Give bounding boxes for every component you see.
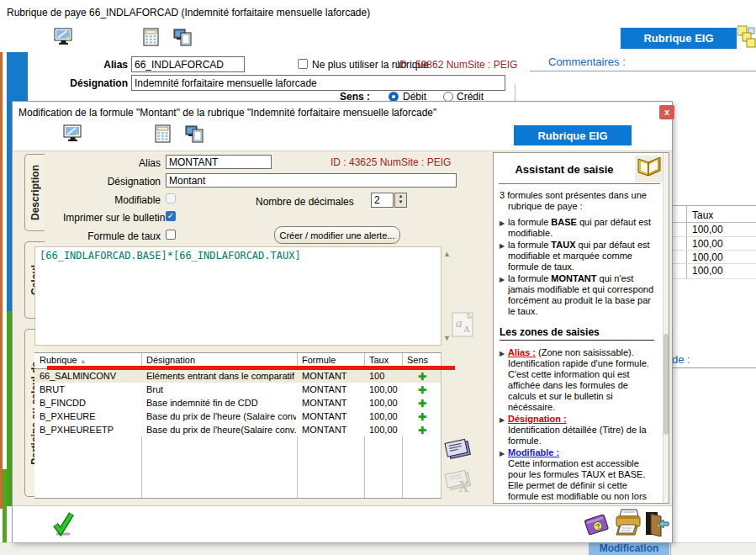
table-row[interactable]: B_PXHEUREETP Base du prix de l'heure(Sal… (34, 423, 441, 436)
cascade-windows-icon[interactable] (737, 24, 756, 52)
exit-door-icon[interactable] (644, 511, 669, 540)
plus-icon: ✚ (413, 396, 438, 410)
open-book-icon (635, 156, 663, 182)
formula-editor[interactable]: [66_INDLAFORCAD.BASE]*[66_INDLAFORCAD.TA… (34, 246, 441, 346)
plus-icon: ✚ (413, 423, 438, 436)
table-row[interactable]: B_PXHEURE Base du prix de l'heure (Salai… (34, 410, 441, 423)
cell-taux: 100,00 (364, 410, 401, 423)
notes-icon[interactable] (444, 436, 474, 467)
svg-text:A: A (463, 324, 470, 334)
side-table-value: 100,00 (692, 224, 723, 235)
dlg-designation-input[interactable] (166, 173, 457, 188)
table-row[interactable]: B_FINCDD Base indemnité fin de CDD MONTA… (34, 396, 441, 410)
assistant-zone-bullet: ▶Désignation :Identification détaillée (… (500, 414, 654, 447)
zones-heading: Les zones de saisies (500, 327, 654, 341)
assistant-zone-bullet: ▶Modifiable :Cette information est acces… (500, 447, 654, 504)
row-line (673, 263, 756, 264)
create-alert-button[interactable]: Créer / modifier une alerte... (274, 226, 400, 244)
main-id-text: ID : 59862 NumSite : PEIG (397, 59, 517, 71)
screen-tablet-icon[interactable] (173, 28, 193, 50)
commentaires-underline (530, 71, 756, 71)
annotation-red-line (47, 366, 455, 370)
cell-formule: MONTANT (297, 369, 363, 383)
cell-taux: 100,00 (364, 383, 401, 396)
decimals-label: Nombre de décimales (256, 196, 354, 208)
cell-designation: Brut (141, 383, 296, 396)
main-divider (515, 84, 515, 101)
decimals-input[interactable] (371, 193, 394, 208)
printer-icon[interactable] (613, 508, 643, 543)
cell-designation: Base du prix de l'heure (Salaire conv... (141, 410, 296, 423)
decimals-spinner[interactable]: ▲▼ (394, 193, 407, 208)
status-mode-chip: Modification (589, 542, 669, 555)
commentaires-label: Commentaires : (548, 56, 626, 68)
calculator-icon[interactable] (143, 28, 159, 50)
statusbar-divider (670, 542, 671, 555)
assistant-header-line (499, 183, 660, 184)
table-row[interactable]: 66_SALMINCONV Eléments entrant dans le c… (34, 369, 441, 383)
assistant-panel: Assistant de saisie 3 formules sont prés… (493, 152, 669, 504)
assistant-bullet: ▶la formule MONTANT qui n'est jamais mod… (500, 273, 654, 317)
cell-formule: MONTANT (297, 423, 363, 436)
main-alias-label: Alias (34, 59, 128, 71)
designation-link[interactable]: Désignation : (508, 414, 654, 425)
arrow-bullet-icon: ▶ (500, 274, 505, 285)
arrow-bullet-icon: ▶ (500, 240, 505, 251)
cell-formule: MONTANT (297, 396, 363, 410)
main-designation-input[interactable] (131, 75, 505, 91)
arrow-bullet-icon: ▶ (500, 218, 505, 229)
screen-icon[interactable] (63, 124, 82, 146)
print-on-bulletin-checkbox[interactable]: ✓ (166, 211, 176, 221)
row-line (673, 278, 756, 279)
scroll-down-icon[interactable]: ▼ (443, 334, 451, 342)
rate-formula-label: Formule de taux (63, 230, 161, 242)
help-book-icon[interactable]: ? (583, 510, 610, 541)
col-line (441, 353, 441, 498)
cell-taux: 100 (364, 369, 401, 383)
sort-asc-icon: ▲ (80, 357, 87, 365)
arrow-bullet-icon: ▶ (500, 448, 505, 459)
plus-icon: ✚ (413, 410, 438, 423)
font-format-icon[interactable]: aA (451, 312, 476, 341)
calculator-icon[interactable] (155, 124, 171, 146)
cell-rubrique: B_PXHEURE (34, 410, 140, 423)
main-vertical-tab-blue[interactable] (7, 52, 28, 101)
side-table-value: 100,00 (692, 265, 723, 277)
assistant-bullet: ▶la formule BASE qui par défaut est modi… (500, 217, 654, 239)
main-window-title: Rubrique de paye 66_INDLAFORCAD (Indemni… (7, 7, 370, 18)
app-screen: Rubrique de paye 66_INDLAFORCAD (Indemni… (0, 0, 756, 555)
partial-de-label: de : (672, 353, 690, 366)
cell-designation: Eléments entrant dans le comparatif ... (141, 369, 296, 383)
cell-designation: Base du prix de l'heure(Salaire conv... (141, 423, 296, 436)
cell-taux: 100,00 (364, 423, 401, 436)
rubrique-eig-button-dialog[interactable]: Rubrique EIG (514, 125, 632, 145)
table-row[interactable]: BRUT Brut MONTANT 100,00 ✚ (34, 383, 441, 396)
side-table-value: 100,00 (692, 238, 723, 250)
modifiable-label: Modifiable (63, 194, 161, 206)
side-table-vline (686, 205, 687, 279)
validate-check-icon[interactable] (51, 510, 75, 541)
row-line (673, 250, 756, 251)
alias-link[interactable]: Alias : (508, 347, 536, 357)
main-alias-input[interactable] (131, 56, 245, 72)
arrow-bullet-icon: ▶ (500, 348, 505, 359)
left-orange-strip (0, 52, 3, 509)
rate-formula-checkbox[interactable] (166, 230, 176, 240)
notes-delete-icon[interactable]: X (444, 467, 476, 499)
assistant-bullet: ▶la formule TAUX qui par défaut est modi… (500, 240, 654, 272)
dlg-alias-input[interactable] (166, 155, 272, 169)
print-on-bulletin-label: Imprimer sur le bulletin (63, 212, 161, 224)
modifiable-link[interactable]: Modifiable : (508, 447, 654, 458)
stop-using-checkbox[interactable] (298, 59, 308, 69)
participe-table: Rubrique ▲ Désignation Formule Taux Sens… (34, 352, 441, 499)
modifiable-checkbox[interactable] (166, 193, 176, 204)
rubrique-eig-button-main[interactable]: Rubrique EIG (621, 28, 737, 49)
screen-icon[interactable] (54, 28, 73, 50)
screen-tablet-icon[interactable] (185, 124, 204, 146)
assistant-scrollbar[interactable] (663, 153, 669, 503)
assistant-scrollbar-thumb[interactable] (663, 334, 669, 435)
scroll-up-icon[interactable]: ▲ (443, 250, 451, 258)
close-icon[interactable]: x (659, 105, 674, 119)
main-designation-label: Désignation (34, 77, 128, 89)
tab-description[interactable]: Description (24, 154, 45, 231)
